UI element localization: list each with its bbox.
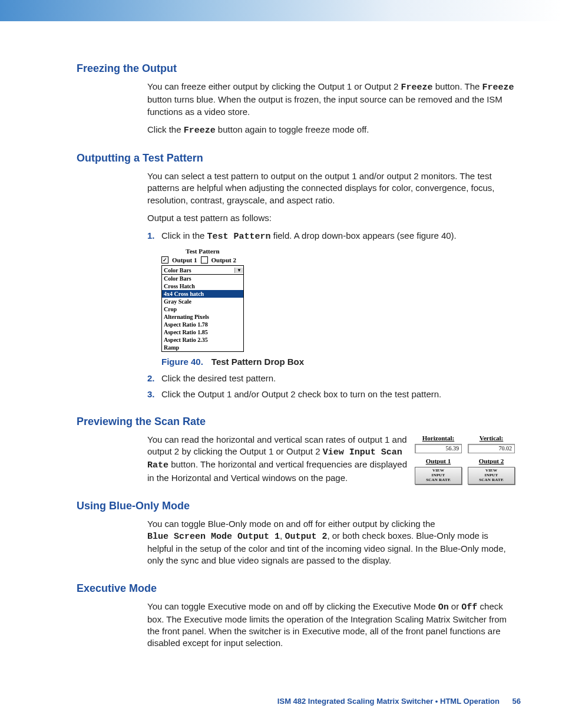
text: You can toggle Executive mode on and off… [147,601,438,611]
dropdown-option[interactable]: Cross Hatch [162,282,243,290]
code-blue-screen-out1: Blue Screen Mode Output 1 [147,532,280,542]
figure-title: Test Pattern Drop Box [211,357,304,367]
dropdown-selected[interactable]: Color Bars ▼ [161,265,244,275]
text: or [449,601,462,611]
output1-label: Output 1 [415,457,462,466]
output2-label: Output 2 [468,457,515,466]
heading-executive-mode: Executive Mode [77,582,521,595]
text: button again to toggle freeze mode off. [216,124,369,134]
text: field. A drop down-box appears (see figu… [271,230,457,241]
text: Click the desired test pattern. [161,373,276,384]
vertical-value: 70.02 [468,444,515,453]
page-footer: ISM 482 Integrated Scaling Matrix Switch… [277,697,521,706]
dropdown-option[interactable]: Aspect Ratio 2.35 [162,336,243,344]
header-gradient-bar [0,0,562,21]
paragraph: Output a test pattern as follows: [147,212,515,224]
checkbox-output1[interactable]: ✓ [161,256,168,263]
dropdown-option[interactable]: 4x4 Cross hatch [162,290,243,298]
scan-rate-panel: Horizontal: 56.39 Output 1 VIEWINPUTSCAN… [415,434,515,485]
code-freeze: Freeze [482,83,514,93]
checkbox-output2[interactable] [201,256,208,263]
figure-number: Figure 40. [161,357,203,367]
paragraph: You can select a test pattern to output … [147,170,515,206]
text: button turns blue. When the output is fr… [147,94,503,116]
page-number: 56 [513,697,521,706]
figure-caption: Figure 40.Test Pattern Drop Box [161,357,521,367]
dropdown-option[interactable]: Alternating Pixels [162,313,243,321]
text: You can toggle Blue-Only mode on and off… [147,519,435,529]
step-number: 3. [147,388,161,400]
chevron-down-icon: ▼ [234,268,243,273]
dropbox-title: Test Pattern [161,248,244,255]
dropdown-option[interactable]: Crop [162,305,243,313]
vertical-label: Vertical: [468,434,515,443]
step-number: 2. [147,373,161,384]
dropdown-option[interactable]: Aspect Ratio 1.78 [162,321,243,328]
paragraph: You can toggle Executive mode on and off… [147,601,515,650]
step-1: 1. Click in the Test Pattern field. A dr… [147,230,521,243]
dropdown-option[interactable]: Gray Scale [162,298,243,305]
text: Click in the [161,230,207,241]
heading-scan-rate: Previewing the Scan Rate [77,416,521,428]
view-input-scan-rate-button-2[interactable]: VIEWINPUTSCAN RATE [468,467,515,484]
footer-text: ISM 482 Integrated Scaling Matrix Switch… [277,697,500,706]
code-off: Off [461,602,477,612]
paragraph: Click the Freeze button again to toggle … [147,124,515,137]
code-on: On [438,602,449,612]
dropdown-option[interactable]: Ramp [162,344,243,351]
checkbox-output1-label: Output 1 [172,256,197,263]
code-freeze: Freeze [401,83,433,93]
step-3: 3. Click the Output 1 and/or Output 2 ch… [147,388,521,400]
dropdown-option[interactable]: Aspect Ratio 1.85 [162,328,243,336]
paragraph: You can freeze either output by clicking… [147,81,515,118]
text: You can freeze either output by clicking… [147,81,401,91]
code-test-pattern: Test Pattern [207,232,271,242]
horizontal-label: Horizontal: [415,434,462,443]
step-number: 1. [147,230,161,243]
code-blue-screen-out2: Output 2 [285,532,327,542]
code-freeze: Freeze [184,126,216,136]
text: Click the Output 1 and/or Output 2 check… [161,388,441,400]
dropdown-list[interactable]: Color BarsCross Hatch4x4 Cross hatchGray… [161,275,244,352]
step-2: 2. Click the desired test pattern. [147,373,521,384]
heading-freezing: Freezing the Output [77,62,521,75]
paragraph: Horizontal: 56.39 Output 1 VIEWINPUTSCAN… [147,434,515,485]
horizontal-value: 56.39 [415,444,462,453]
text: button. The horizontal and vertical freq… [147,459,407,482]
text: Click the [147,124,184,134]
dropdown-selected-label: Color Bars [162,267,234,274]
paragraph: You can toggle Blue-Only mode on and off… [147,518,515,567]
figure-test-pattern-dropbox: Test Pattern ✓ Output 1 Output 2 Color B… [161,248,244,352]
text: button. The [433,81,482,91]
view-input-scan-rate-button-1[interactable]: VIEWINPUTSCAN RATE [415,467,462,484]
dropdown-option[interactable]: Color Bars [162,275,243,282]
checkbox-output2-label: Output 2 [211,256,237,263]
heading-test-pattern: Outputting a Test Pattern [77,152,521,164]
heading-blue-only: Using Blue-Only Mode [77,500,521,512]
